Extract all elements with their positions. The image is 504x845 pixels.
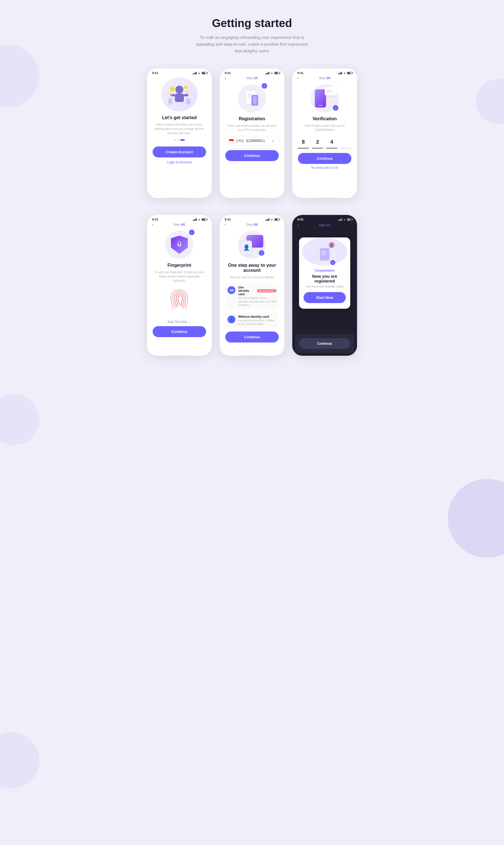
notify-line-2 (326, 92, 331, 93)
step-indicator-fp: Step 4/6 (174, 223, 185, 226)
back-arrow-id[interactable]: ‹ (225, 222, 226, 227)
id-continue-button[interactable]: Continue (225, 332, 279, 342)
fp-title: Fingerprint (167, 263, 191, 268)
bottom-divider-2 (241, 198, 263, 198)
step-indicator-reg: Step 1/6 (246, 76, 258, 80)
status-bar-1: 9:41 ▲ (147, 68, 212, 75)
id-desc: Now we need to verify your identity (230, 275, 274, 279)
svg-rect-21 (322, 254, 325, 255)
step-indicator-id: Step 5/6 (246, 223, 258, 226)
verif-notify-shape (325, 87, 337, 95)
opt1-text: Use identity card Recommended Get the fu… (238, 286, 276, 307)
opt2-text: Without identity card You only can store… (238, 315, 276, 326)
signal-icon-3 (338, 72, 342, 74)
id-option-2[interactable]: 👤 Without identity card You only can sto… (225, 313, 279, 328)
battery-icon-2 (274, 72, 279, 74)
svg-point-4 (168, 98, 173, 105)
svg-rect-11 (248, 94, 253, 95)
svg-rect-12 (248, 95, 251, 96)
congrats-continue-button[interactable]: Continue (299, 338, 350, 349)
otp-box-3[interactable]: 4 (326, 136, 337, 148)
dot-3 (180, 139, 185, 141)
fingerprint-svg (167, 287, 192, 315)
back-arrow-congrats[interactable]: ‹ (297, 223, 299, 227)
id-option-1[interactable]: 🪪 Use identity card Recommended Get the … (225, 283, 279, 309)
wifi-icon-2: ▲ (271, 72, 273, 74)
back-arrow-verif[interactable]: ‹ (297, 76, 299, 80)
resend-code-text[interactable]: Re-send code in 0:30 (311, 166, 338, 169)
phone-welcome: 9:41 ▲ (147, 68, 212, 198)
status-icons-1: ▲ (193, 72, 207, 74)
otp-box-2[interactable]: 2 (312, 136, 323, 148)
congrats-footer: Continue (295, 334, 354, 353)
back-arrow-fp[interactable]: ‹ (152, 222, 154, 227)
wifi-icon-5: ▲ (271, 218, 273, 221)
phones-row-2: 9:41 ▲ ‹ Step 4/6 (11, 215, 493, 356)
skip-step-text[interactable]: Skip This Step → (167, 320, 192, 323)
svg-point-0 (175, 86, 183, 93)
status-icons-5: ▲ (265, 218, 279, 221)
verif-illus-inner: ✓ (312, 87, 337, 109)
fp-desc: To add your fingerprint, lift and rest y… (152, 270, 206, 283)
status-time-3: 9:41 (297, 71, 304, 75)
registration-body: ✓ Registration Enter your mobile number,… (220, 82, 284, 196)
opt1-icon: 🪪 (228, 286, 235, 294)
verif-checkmark: ✓ (333, 105, 339, 111)
status-time-2: 9:41 (225, 71, 231, 75)
status-time-1: 9:41 (152, 71, 158, 75)
create-account-button[interactable]: Create Account (152, 146, 206, 157)
page-subtitle: To craft an engaging onboarding user exp… (196, 34, 308, 54)
step-nav-fp: ‹ Step 4/6 (147, 221, 212, 228)
id-title: One step away to your account (225, 263, 279, 273)
phone-verification: 9:41 ▲ ‹ Step 2/6 (292, 68, 357, 198)
status-time-6: 9:41 (297, 218, 304, 221)
dot-1 (174, 139, 176, 141)
check-icon: ✓ (272, 139, 275, 143)
login-button[interactable]: Login to Account (152, 160, 206, 164)
fp-continue-button[interactable]: Continue (152, 326, 206, 337)
registration-illustration: ✓ (238, 84, 266, 112)
welcome-illustration (161, 77, 198, 111)
wifi-icon-6: ▲ (343, 218, 346, 221)
status-icons-4: ▲ (193, 218, 207, 221)
step-nav-congrats: ‹ Step 6/6 (292, 221, 357, 229)
svg-point-5 (186, 98, 191, 105)
svg-rect-1 (175, 93, 184, 102)
wifi-icon-4: ▲ (198, 218, 200, 221)
status-icons-3: ▲ (338, 72, 352, 74)
status-bar-3: 9:41 ▲ (292, 68, 357, 75)
status-time-4: 9:41 (152, 218, 158, 221)
congrats-title: Now you are registered (304, 274, 346, 283)
fp-check-badge: ✓ (189, 230, 195, 235)
id-checkmark: ✓ (259, 250, 264, 256)
verif-continue-button[interactable]: Continue (298, 153, 352, 164)
otp-box-1[interactable]: 8 (298, 136, 309, 148)
welcome-body: Let's get started Never a better time th… (147, 75, 212, 196)
phone-registration: 9:41 ▲ ‹ Step 1/6 (220, 68, 284, 198)
step-indicator-verif: Step 2/6 (319, 76, 330, 80)
phone-input[interactable]: 🇮🇩 (+62) 8128008011 ✓ (225, 136, 279, 146)
congrats-illustration: ✓ 👤 (313, 243, 336, 266)
welcome-desc: Never a better time than now to start th… (152, 123, 206, 135)
reg-continue-button[interactable]: Continue (225, 150, 279, 161)
congrats-subtitle: Get ready with IndoAlliz wallet (304, 285, 346, 288)
step-nav-id: ‹ Step 5/6 (220, 221, 284, 228)
id-illus-inner: 👤 ✓ (241, 235, 263, 254)
phone-identity: 9:41 ▲ ‹ Step 5/6 (220, 215, 284, 356)
signal-icon-4 (193, 218, 197, 221)
battery-icon-1 (202, 72, 207, 74)
signal-icon-1 (193, 72, 197, 74)
bottom-divider-4 (168, 355, 191, 356)
signal-icon-6 (338, 218, 342, 221)
svg-point-8 (186, 91, 188, 94)
opt2-desc: You only can store IDR 1 Million to your… (238, 319, 276, 326)
status-icons-2: ▲ (265, 72, 279, 74)
back-arrow-reg[interactable]: ‹ (225, 76, 226, 80)
bottom-divider-5 (241, 355, 263, 356)
flag-icon: 🇮🇩 (229, 139, 234, 143)
svg-point-9 (169, 93, 172, 96)
otp-box-4[interactable] (341, 136, 352, 148)
verification-illustration: ✓ (310, 84, 339, 112)
start-now-button[interactable]: Start Now (304, 292, 346, 303)
svg-point-16 (254, 103, 256, 105)
